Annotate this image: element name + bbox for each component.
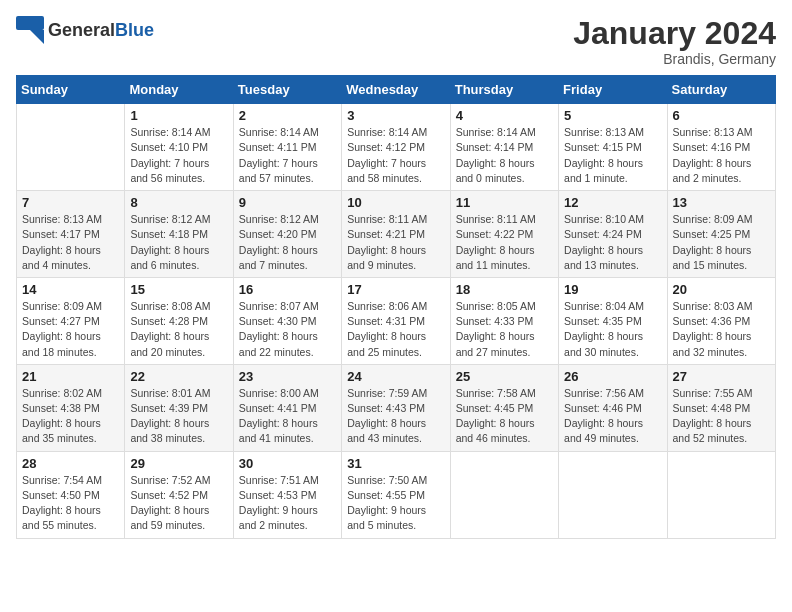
day-number: 18 — [456, 282, 553, 297]
day-number: 21 — [22, 369, 119, 384]
calendar-cell: 9Sunrise: 8:12 AMSunset: 4:20 PMDaylight… — [233, 191, 341, 278]
day-info: Sunrise: 8:05 AMSunset: 4:33 PMDaylight:… — [456, 299, 553, 360]
day-info: Sunrise: 8:10 AMSunset: 4:24 PMDaylight:… — [564, 212, 661, 273]
day-number: 24 — [347, 369, 444, 384]
calendar-cell — [667, 451, 775, 538]
day-info: Sunrise: 8:13 AMSunset: 4:17 PMDaylight:… — [22, 212, 119, 273]
calendar-cell: 19Sunrise: 8:04 AMSunset: 4:35 PMDayligh… — [559, 277, 667, 364]
day-number: 23 — [239, 369, 336, 384]
day-info: Sunrise: 7:50 AMSunset: 4:55 PMDaylight:… — [347, 473, 444, 534]
day-number: 6 — [673, 108, 770, 123]
day-number: 5 — [564, 108, 661, 123]
logo: GeneralBlue — [16, 16, 154, 44]
day-number: 31 — [347, 456, 444, 471]
day-number: 2 — [239, 108, 336, 123]
column-header-friday: Friday — [559, 76, 667, 104]
calendar-cell: 4Sunrise: 8:14 AMSunset: 4:14 PMDaylight… — [450, 104, 558, 191]
day-info: Sunrise: 8:14 AMSunset: 4:14 PMDaylight:… — [456, 125, 553, 186]
day-info: Sunrise: 7:54 AMSunset: 4:50 PMDaylight:… — [22, 473, 119, 534]
calendar-cell: 2Sunrise: 8:14 AMSunset: 4:11 PMDaylight… — [233, 104, 341, 191]
day-info: Sunrise: 8:14 AMSunset: 4:12 PMDaylight:… — [347, 125, 444, 186]
day-info: Sunrise: 7:55 AMSunset: 4:48 PMDaylight:… — [673, 386, 770, 447]
day-info: Sunrise: 8:06 AMSunset: 4:31 PMDaylight:… — [347, 299, 444, 360]
title-block: January 2024 Brandis, Germany — [573, 16, 776, 67]
day-number: 15 — [130, 282, 227, 297]
calendar-cell: 31Sunrise: 7:50 AMSunset: 4:55 PMDayligh… — [342, 451, 450, 538]
day-number: 12 — [564, 195, 661, 210]
day-number: 22 — [130, 369, 227, 384]
calendar-cell: 16Sunrise: 8:07 AMSunset: 4:30 PMDayligh… — [233, 277, 341, 364]
day-number: 9 — [239, 195, 336, 210]
day-info: Sunrise: 7:56 AMSunset: 4:46 PMDaylight:… — [564, 386, 661, 447]
day-number: 14 — [22, 282, 119, 297]
day-info: Sunrise: 8:11 AMSunset: 4:22 PMDaylight:… — [456, 212, 553, 273]
day-info: Sunrise: 8:14 AMSunset: 4:11 PMDaylight:… — [239, 125, 336, 186]
day-info: Sunrise: 8:09 AMSunset: 4:27 PMDaylight:… — [22, 299, 119, 360]
svg-marker-1 — [30, 30, 44, 44]
calendar-cell: 7Sunrise: 8:13 AMSunset: 4:17 PMDaylight… — [17, 191, 125, 278]
logo-general-text: General — [48, 20, 115, 40]
day-number: 7 — [22, 195, 119, 210]
location-subtitle: Brandis, Germany — [573, 51, 776, 67]
day-info: Sunrise: 8:07 AMSunset: 4:30 PMDaylight:… — [239, 299, 336, 360]
day-number: 3 — [347, 108, 444, 123]
day-info: Sunrise: 7:52 AMSunset: 4:52 PMDaylight:… — [130, 473, 227, 534]
day-info: Sunrise: 8:14 AMSunset: 4:10 PMDaylight:… — [130, 125, 227, 186]
calendar-cell: 6Sunrise: 8:13 AMSunset: 4:16 PMDaylight… — [667, 104, 775, 191]
month-year-title: January 2024 — [573, 16, 776, 51]
column-header-thursday: Thursday — [450, 76, 558, 104]
calendar-cell: 23Sunrise: 8:00 AMSunset: 4:41 PMDayligh… — [233, 364, 341, 451]
day-info: Sunrise: 7:59 AMSunset: 4:43 PMDaylight:… — [347, 386, 444, 447]
calendar-cell: 5Sunrise: 8:13 AMSunset: 4:15 PMDaylight… — [559, 104, 667, 191]
day-number: 25 — [456, 369, 553, 384]
calendar-week-row: 7Sunrise: 8:13 AMSunset: 4:17 PMDaylight… — [17, 191, 776, 278]
calendar-cell — [17, 104, 125, 191]
day-number: 29 — [130, 456, 227, 471]
day-info: Sunrise: 8:12 AMSunset: 4:20 PMDaylight:… — [239, 212, 336, 273]
day-info: Sunrise: 8:11 AMSunset: 4:21 PMDaylight:… — [347, 212, 444, 273]
day-number: 20 — [673, 282, 770, 297]
calendar-cell — [450, 451, 558, 538]
day-number: 19 — [564, 282, 661, 297]
calendar-cell: 26Sunrise: 7:56 AMSunset: 4:46 PMDayligh… — [559, 364, 667, 451]
page-header: GeneralBlue January 2024 Brandis, German… — [16, 16, 776, 67]
day-info: Sunrise: 8:02 AMSunset: 4:38 PMDaylight:… — [22, 386, 119, 447]
day-info: Sunrise: 8:12 AMSunset: 4:18 PMDaylight:… — [130, 212, 227, 273]
calendar-cell: 12Sunrise: 8:10 AMSunset: 4:24 PMDayligh… — [559, 191, 667, 278]
calendar-cell: 30Sunrise: 7:51 AMSunset: 4:53 PMDayligh… — [233, 451, 341, 538]
day-number: 30 — [239, 456, 336, 471]
calendar-header-row: SundayMondayTuesdayWednesdayThursdayFrid… — [17, 76, 776, 104]
calendar-cell: 18Sunrise: 8:05 AMSunset: 4:33 PMDayligh… — [450, 277, 558, 364]
day-number: 26 — [564, 369, 661, 384]
day-info: Sunrise: 8:01 AMSunset: 4:39 PMDaylight:… — [130, 386, 227, 447]
day-info: Sunrise: 8:13 AMSunset: 4:16 PMDaylight:… — [673, 125, 770, 186]
day-info: Sunrise: 8:08 AMSunset: 4:28 PMDaylight:… — [130, 299, 227, 360]
day-number: 11 — [456, 195, 553, 210]
calendar-cell: 1Sunrise: 8:14 AMSunset: 4:10 PMDaylight… — [125, 104, 233, 191]
calendar-cell: 8Sunrise: 8:12 AMSunset: 4:18 PMDaylight… — [125, 191, 233, 278]
calendar-cell: 11Sunrise: 8:11 AMSunset: 4:22 PMDayligh… — [450, 191, 558, 278]
calendar-cell: 10Sunrise: 8:11 AMSunset: 4:21 PMDayligh… — [342, 191, 450, 278]
calendar-week-row: 1Sunrise: 8:14 AMSunset: 4:10 PMDaylight… — [17, 104, 776, 191]
day-info: Sunrise: 8:04 AMSunset: 4:35 PMDaylight:… — [564, 299, 661, 360]
calendar-cell — [559, 451, 667, 538]
calendar-cell: 25Sunrise: 7:58 AMSunset: 4:45 PMDayligh… — [450, 364, 558, 451]
day-info: Sunrise: 8:03 AMSunset: 4:36 PMDaylight:… — [673, 299, 770, 360]
calendar-week-row: 21Sunrise: 8:02 AMSunset: 4:38 PMDayligh… — [17, 364, 776, 451]
day-number: 13 — [673, 195, 770, 210]
day-info: Sunrise: 7:58 AMSunset: 4:45 PMDaylight:… — [456, 386, 553, 447]
column-header-saturday: Saturday — [667, 76, 775, 104]
calendar-week-row: 14Sunrise: 8:09 AMSunset: 4:27 PMDayligh… — [17, 277, 776, 364]
day-info: Sunrise: 8:00 AMSunset: 4:41 PMDaylight:… — [239, 386, 336, 447]
calendar-cell: 24Sunrise: 7:59 AMSunset: 4:43 PMDayligh… — [342, 364, 450, 451]
calendar-table: SundayMondayTuesdayWednesdayThursdayFrid… — [16, 75, 776, 538]
day-number: 27 — [673, 369, 770, 384]
calendar-cell: 17Sunrise: 8:06 AMSunset: 4:31 PMDayligh… — [342, 277, 450, 364]
day-info: Sunrise: 7:51 AMSunset: 4:53 PMDaylight:… — [239, 473, 336, 534]
day-number: 28 — [22, 456, 119, 471]
calendar-cell: 3Sunrise: 8:14 AMSunset: 4:12 PMDaylight… — [342, 104, 450, 191]
calendar-cell: 15Sunrise: 8:08 AMSunset: 4:28 PMDayligh… — [125, 277, 233, 364]
column-header-sunday: Sunday — [17, 76, 125, 104]
day-info: Sunrise: 8:09 AMSunset: 4:25 PMDaylight:… — [673, 212, 770, 273]
column-header-tuesday: Tuesday — [233, 76, 341, 104]
